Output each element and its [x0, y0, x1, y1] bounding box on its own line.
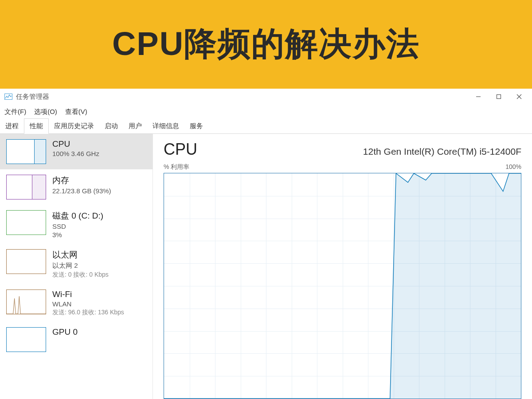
ethernet-sub: 以太网 2	[52, 262, 109, 270]
cpu-graph-fill	[164, 173, 521, 399]
ethernet-sub2: 发送: 0 接收: 0 Kbps	[52, 271, 109, 279]
disk-text: 磁盘 0 (C: D:) SSD 3%	[52, 210, 103, 239]
gpu-thumb-icon	[6, 327, 46, 352]
main-title: CPU	[164, 140, 197, 159]
sidebar-item-wifi[interactable]: Wi-Fi WLAN 发送: 96.0 接收: 136 Kbps	[0, 284, 153, 322]
task-manager-window: 任务管理器 文件(F) 选项(O) 查看(V) 进程 性能 应用历史记录 启动 …	[0, 89, 532, 399]
cpu-thumb-icon	[6, 139, 46, 164]
disk-thumb-icon	[6, 210, 46, 235]
graph-label-left: % 利用率	[164, 163, 189, 171]
maximize-button[interactable]	[489, 90, 509, 103]
graph-labels: % 利用率 100%	[164, 163, 521, 171]
cpu-title: CPU	[52, 139, 99, 149]
main-panel: CPU 12th Gen Intel(R) Core(TM) i5-12400F…	[153, 134, 532, 399]
cpu-utilization-graph	[164, 173, 521, 399]
menubar: 文件(F) 选项(O) 查看(V)	[0, 105, 532, 119]
minimize-button[interactable]	[468, 90, 489, 103]
ethernet-thumb-icon	[6, 249, 46, 274]
gpu-title: GPU 0	[52, 327, 78, 337]
wifi-sub: WLAN	[52, 300, 124, 308]
gpu-text: GPU 0	[52, 327, 78, 338]
main-header: CPU 12th Gen Intel(R) Core(TM) i5-12400F	[164, 140, 521, 159]
wifi-title: Wi-Fi	[52, 289, 124, 299]
performance-sidebar: CPU 100% 3.46 GHz 内存 22.1/23.8 GB (93%) …	[0, 134, 153, 399]
cpu-model: 12th Gen Intel(R) Core(TM) i5-12400F	[363, 146, 521, 157]
tab-services[interactable]: 服务	[184, 119, 208, 133]
graph-label-right: 100%	[505, 163, 521, 171]
menu-options[interactable]: 选项(O)	[34, 108, 57, 116]
task-manager-icon	[4, 94, 12, 100]
banner-title: CPU降频的解决办法	[112, 22, 420, 66]
tabbar: 进程 性能 应用历史记录 启动 用户 详细信息 服务	[0, 119, 532, 134]
titlebar: 任务管理器	[0, 89, 532, 105]
wifi-sub2: 发送: 96.0 接收: 136 Kbps	[52, 309, 124, 317]
content: CPU 100% 3.46 GHz 内存 22.1/23.8 GB (93%) …	[0, 134, 532, 399]
disk-sub: SSD	[52, 223, 103, 230]
sidebar-item-cpu[interactable]: CPU 100% 3.46 GHz	[0, 134, 153, 169]
banner: CPU降频的解决办法	[0, 0, 532, 89]
memory-thumb-icon	[6, 175, 46, 200]
menu-file[interactable]: 文件(F)	[4, 108, 26, 116]
ethernet-title: 以太网	[52, 249, 109, 261]
memory-text: 内存 22.1/23.8 GB (93%)	[52, 175, 111, 195]
sidebar-item-memory[interactable]: 内存 22.1/23.8 GB (93%)	[0, 169, 153, 205]
disk-sub2: 3%	[52, 231, 103, 239]
sidebar-item-disk[interactable]: 磁盘 0 (C: D:) SSD 3%	[0, 205, 153, 244]
ethernet-text: 以太网 以太网 2 发送: 0 接收: 0 Kbps	[52, 249, 109, 279]
sidebar-item-ethernet[interactable]: 以太网 以太网 2 发送: 0 接收: 0 Kbps	[0, 244, 153, 284]
tab-app-history[interactable]: 应用历史记录	[49, 119, 99, 133]
svg-rect-2	[497, 95, 501, 99]
sidebar-item-gpu[interactable]: GPU 0	[0, 322, 153, 357]
wifi-text: Wi-Fi WLAN 发送: 96.0 接收: 136 Kbps	[52, 289, 124, 317]
window-controls	[468, 90, 529, 103]
close-button[interactable]	[509, 90, 529, 103]
tab-users[interactable]: 用户	[123, 119, 147, 133]
cpu-sub: 100% 3.46 GHz	[52, 150, 99, 157]
memory-title: 内存	[52, 175, 111, 186]
tab-startup[interactable]: 启动	[99, 119, 123, 133]
cpu-text: CPU 100% 3.46 GHz	[52, 139, 99, 157]
tab-processes[interactable]: 进程	[0, 119, 24, 133]
memory-sub: 22.1/23.8 GB (93%)	[52, 187, 111, 195]
menu-view[interactable]: 查看(V)	[65, 108, 87, 116]
tab-details[interactable]: 详细信息	[147, 119, 184, 133]
tab-performance[interactable]: 性能	[24, 118, 49, 134]
wifi-thumb-icon	[6, 289, 46, 314]
disk-title: 磁盘 0 (C: D:)	[52, 210, 103, 222]
window-title: 任务管理器	[16, 93, 468, 101]
